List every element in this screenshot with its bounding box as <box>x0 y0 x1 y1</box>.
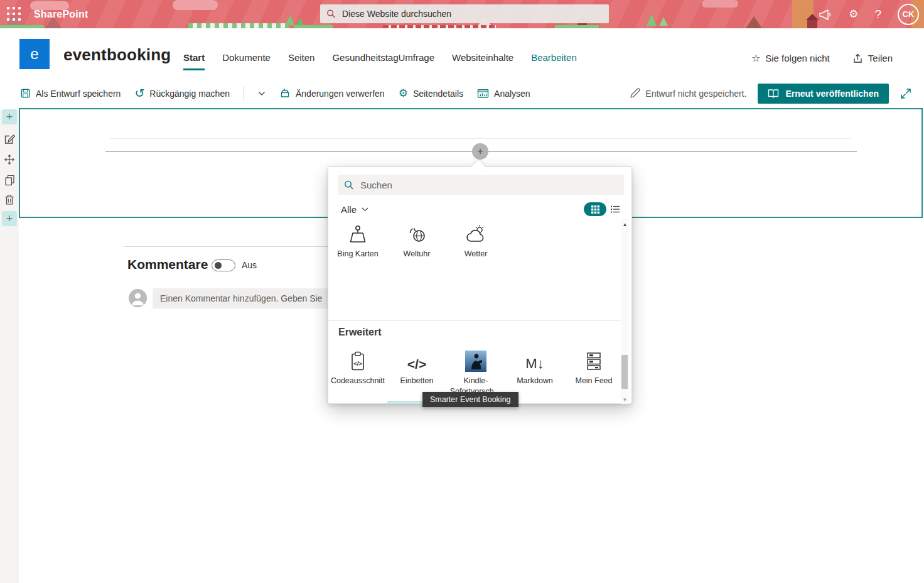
document-icon <box>584 403 603 404</box>
embed-icon: </> <box>407 347 426 372</box>
save-icon <box>20 88 31 99</box>
webpart-tile-kindle[interactable]: Kindle-Sofortvorsch… <box>446 344 505 396</box>
suite-bar: SharePoint ⚙ ? CK <box>0 0 924 28</box>
page-details-label: Seitendetails <box>413 89 463 99</box>
site-search-input[interactable] <box>342 9 603 19</box>
help-icon[interactable]: ? <box>874 8 881 21</box>
edit-section-button[interactable] <box>2 132 17 147</box>
person-icon <box>129 289 147 307</box>
sharepoint-page: SharePoint ⚙ ? CK e eventbooking Start D… <box>0 0 924 583</box>
webpart-tile-markdown[interactable]: M↓ Markdown <box>505 344 564 396</box>
page-details-button[interactable]: ⚙ Seitendetails <box>399 88 463 99</box>
chevron-down-icon <box>258 91 266 96</box>
code-snippet-icon: </> <box>348 347 368 372</box>
republish-button[interactable]: Erneut veröffentlichen <box>758 84 889 104</box>
nav-item-bearbeiten[interactable]: Bearbeiten <box>531 52 577 70</box>
section-divider <box>328 320 623 321</box>
comments-title: Kommentare <box>127 257 208 272</box>
webpart-tile-powerapps[interactable]: Microsoft PowerApps (… <box>328 401 387 404</box>
webpart-tile-weltuhr[interactable]: Weltuhr <box>387 219 446 259</box>
draft-status: Entwurf nicht gespeichert. <box>630 88 746 99</box>
webpart-label: Codeausschnitt <box>329 376 387 386</box>
nav-item-seiten[interactable]: Seiten <box>288 52 315 70</box>
undo-split-chevron[interactable] <box>258 91 266 96</box>
megaphone-icon[interactable] <box>819 8 832 21</box>
markdown-icon: M↓ <box>525 347 544 372</box>
nav-item-start[interactable]: Start <box>183 52 205 70</box>
flyout-scrollbar[interactable]: ▲ ▼ <box>621 219 629 404</box>
discard-icon <box>279 88 291 99</box>
comments-toggle-state: Aus <box>242 260 257 270</box>
webpart-search-input[interactable] <box>360 180 618 190</box>
command-separator <box>244 86 244 101</box>
analytics-button[interactable]: Analysen <box>477 89 530 99</box>
pencil-icon <box>630 88 640 99</box>
webpart-search-box[interactable] <box>338 175 624 195</box>
settings-gear-icon[interactable]: ⚙ <box>849 8 858 21</box>
feed-icon <box>583 347 604 372</box>
webpart-label: Weltuhr <box>388 249 446 259</box>
kindle-icon <box>465 347 486 372</box>
discard-changes-button[interactable]: Änderungen verwerfen <box>279 88 385 99</box>
scroll-down-arrow[interactable]: ▼ <box>621 397 629 403</box>
webpart-tile-mein-feed[interactable]: Mein Feed <box>564 344 623 396</box>
webpart-tile-wetter[interactable]: Wetter <box>446 219 505 259</box>
nav-item-gesundheitstagumfrage[interactable]: GesundheitstagUmfrage <box>332 52 434 70</box>
comment-input-box[interactable] <box>153 288 331 308</box>
webpart-list: Bing Karten Weltuhr <box>328 219 623 404</box>
comment-input[interactable] <box>160 293 323 303</box>
follow-button[interactable]: ☆ Sie folgen nicht <box>751 52 830 64</box>
document-icon <box>525 403 544 404</box>
webpart-picker-flyout: Alle <box>328 166 632 404</box>
filter-label: Alle <box>341 204 357 215</box>
delete-section-button[interactable] <box>2 192 17 207</box>
search-icon <box>326 9 336 19</box>
share-button[interactable]: Teilen <box>852 53 893 63</box>
comments-divider <box>124 246 328 247</box>
add-section-below-button[interactable]: + <box>2 211 17 226</box>
nav-item-dokumente[interactable]: Dokumente <box>222 52 271 70</box>
book-icon <box>768 89 779 98</box>
app-launcher-icon[interactable] <box>6 6 23 23</box>
expand-icon[interactable] <box>900 88 911 99</box>
webpart-tile-codeausschnitt[interactable]: </> Codeausschnitt <box>328 344 387 396</box>
search-icon <box>344 180 354 190</box>
site-logo[interactable]: e <box>19 39 50 69</box>
weather-icon <box>465 220 487 245</box>
map-pin-icon <box>347 220 368 245</box>
grid-view-toggle[interactable] <box>584 202 606 216</box>
suite-app-name[interactable]: SharePoint <box>34 9 88 20</box>
analytics-icon <box>477 89 489 99</box>
chevron-down-icon <box>362 207 368 212</box>
webpart-label: Einbetten <box>388 376 446 386</box>
duplicate-section-button[interactable] <box>2 173 17 188</box>
account-avatar[interactable]: CK <box>898 4 919 25</box>
toggle-knob <box>215 262 222 269</box>
site-title[interactable]: eventbooking <box>63 45 171 65</box>
star-icon: ☆ <box>751 52 760 64</box>
nav-item-websiteinhalte[interactable]: Websiteinhalte <box>452 52 513 70</box>
edit-note-icon <box>4 134 16 145</box>
webpart-tile-einbetten[interactable]: </> Einbetten <box>387 344 446 396</box>
list-icon <box>610 205 620 214</box>
share-label: Teilen <box>868 53 893 63</box>
undo-label: Rückgängig machen <box>149 89 230 99</box>
discard-label: Änderungen verwerfen <box>296 89 385 99</box>
scrollbar-thumb[interactable] <box>621 355 628 389</box>
filter-dropdown[interactable]: Alle <box>341 204 368 215</box>
add-webpart-button[interactable]: + <box>472 143 488 160</box>
column-placeholder-line <box>110 138 851 139</box>
trash-icon <box>4 194 14 205</box>
save-draft-button[interactable]: Als Entwurf speichern <box>20 88 121 99</box>
undo-button[interactable]: ↺ Rückgängig machen <box>134 87 230 99</box>
move-section-button[interactable] <box>2 152 17 167</box>
scroll-up-arrow[interactable]: ▲ <box>621 222 629 227</box>
webpart-tile-smarterscanvisitor[interactable]: SmarterScanVisitor <box>564 401 623 404</box>
comments-toggle[interactable] <box>212 259 235 271</box>
site-search-box[interactable] <box>320 4 609 23</box>
add-section-above-button[interactable]: + <box>2 109 17 124</box>
list-view-toggle[interactable] <box>610 205 620 214</box>
site-navigation: Start Dokumente Seiten GesundheitstagUmf… <box>183 52 577 70</box>
webpart-tile-bing-karten[interactable]: Bing Karten <box>328 219 387 259</box>
undo-icon: ↺ <box>134 87 144 99</box>
